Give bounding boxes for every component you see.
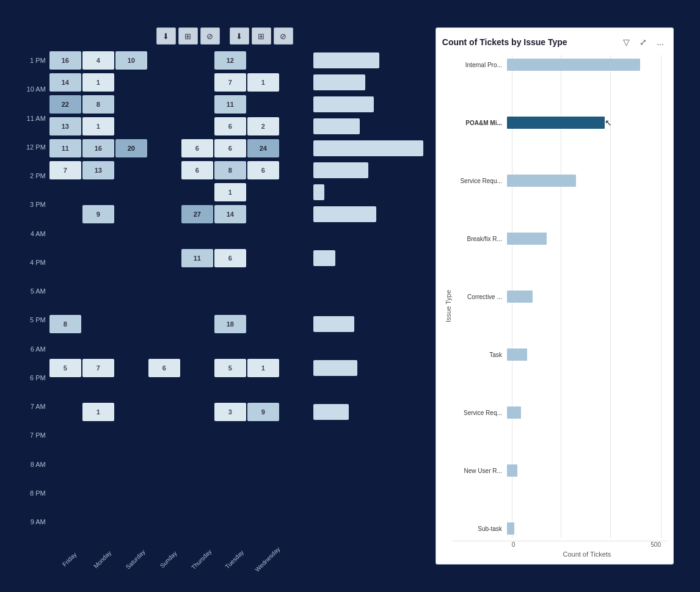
heatmap-cell-7-6[interactable] xyxy=(247,205,279,223)
heatmap-cell-13-3[interactable] xyxy=(148,337,180,355)
heatmap-cell-6-1[interactable] xyxy=(82,183,114,201)
heatmap-cell-16-1[interactable]: 1 xyxy=(82,403,114,421)
heatmap-cell-1-5[interactable]: 7 xyxy=(214,73,246,92)
heatmap-cell-6-2[interactable] xyxy=(115,183,147,201)
heatmap-cell-11-7[interactable] xyxy=(280,293,312,311)
expand-icon[interactable]: ⤢ xyxy=(636,35,650,49)
heatmap-cell-4-7[interactable] xyxy=(280,139,312,157)
heatmap-cell-12-7[interactable] xyxy=(280,315,312,333)
heatmap-cell-2-4[interactable] xyxy=(181,95,213,114)
heatmap-cell-8-2[interactable] xyxy=(115,227,147,245)
heatmap-cell-14-3[interactable]: 6 xyxy=(148,359,180,377)
heatmap-cell-9-7[interactable] xyxy=(280,249,312,267)
heatmap-cell-12-3[interactable] xyxy=(148,315,180,333)
heatmap-cell-14-0[interactable]: 5 xyxy=(49,359,81,377)
heatmap-cell-14-1[interactable]: 7 xyxy=(82,359,114,377)
heatmap-cell-0-2[interactable]: 10 xyxy=(115,51,147,70)
heatmap-cell-2-2[interactable] xyxy=(115,95,147,114)
heatmap-cell-12-2[interactable] xyxy=(115,315,147,333)
heatmap-cell-14-5[interactable]: 5 xyxy=(214,359,246,377)
heatmap-cell-16-0[interactable] xyxy=(49,403,81,421)
heatmap-cell-2-1[interactable]: 8 xyxy=(82,95,114,114)
heatmap-cell-9-2[interactable] xyxy=(115,249,147,267)
heatmap-cell-10-2[interactable] xyxy=(115,271,147,289)
heatmap-cell-14-7[interactable] xyxy=(280,359,312,377)
heatmap-cell-5-3[interactable] xyxy=(148,161,180,179)
heatmap-cell-1-2[interactable] xyxy=(115,73,147,92)
heatmap-cell-11-5[interactable] xyxy=(214,293,246,311)
heatmap-cell-3-7[interactable] xyxy=(280,117,312,135)
more-icon[interactable]: ... xyxy=(654,35,667,49)
heatmap-cell-13-6[interactable] xyxy=(247,337,279,355)
heatmap-cell-9-3[interactable] xyxy=(148,249,180,267)
heatmap-cell-15-4[interactable] xyxy=(181,381,213,399)
heatmap-cell-11-6[interactable] xyxy=(247,293,279,311)
heatmap-cell-2-0[interactable]: 22 xyxy=(49,95,81,114)
heatmap-cell-7-4[interactable]: 27 xyxy=(181,205,213,223)
heatmap-cell-16-4[interactable] xyxy=(181,403,213,421)
heatmap-cell-3-2[interactable] xyxy=(115,117,147,135)
heatmap-cell-15-1[interactable] xyxy=(82,381,114,399)
heatmap-cell-5-5[interactable]: 8 xyxy=(214,161,246,179)
heatmap-cell-13-5[interactable] xyxy=(214,337,246,355)
heatmap-cell-2-3[interactable] xyxy=(148,95,180,114)
heatmap-cell-5-7[interactable] xyxy=(280,161,312,179)
heatmap-cell-10-6[interactable] xyxy=(247,271,279,289)
heatmap-cell-3-0[interactable]: 13 xyxy=(49,117,81,135)
heatmap-cell-6-5[interactable]: 1 xyxy=(214,183,246,201)
heatmap-cell-11-3[interactable] xyxy=(148,293,180,311)
heatmap-cell-5-6[interactable]: 6 xyxy=(247,161,279,179)
heatmap-cell-1-0[interactable]: 14 xyxy=(49,73,81,92)
heatmap-cell-7-3[interactable] xyxy=(148,205,180,223)
heatmap-cell-2-7[interactable] xyxy=(280,95,312,114)
heatmap-cell-15-6[interactable] xyxy=(247,381,279,399)
heatmap-cell-5-4[interactable]: 6 xyxy=(181,161,213,179)
heatmap-cell-4-3[interactable] xyxy=(148,139,180,157)
heatmap-cell-6-4[interactable] xyxy=(181,183,213,201)
heatmap-cell-16-3[interactable] xyxy=(148,403,180,421)
heatmap-cell-1-4[interactable] xyxy=(181,73,213,92)
heatmap-cell-13-4[interactable] xyxy=(181,337,213,355)
heatmap-cell-9-5[interactable]: 6 xyxy=(214,249,246,267)
heatmap-cell-7-7[interactable] xyxy=(280,205,312,223)
toolbar-btn-2[interactable]: ⊞ xyxy=(178,27,198,45)
heatmap-cell-6-7[interactable] xyxy=(280,183,312,201)
heatmap-cell-13-1[interactable] xyxy=(82,337,114,355)
heatmap-cell-8-1[interactable] xyxy=(82,227,114,245)
heatmap-cell-16-2[interactable] xyxy=(115,403,147,421)
heatmap-cell-7-2[interactable] xyxy=(115,205,147,223)
heatmap-cell-10-7[interactable] xyxy=(280,271,312,289)
heatmap-cell-6-0[interactable] xyxy=(49,183,81,201)
heatmap-cell-3-3[interactable] xyxy=(148,117,180,135)
toolbar-btn-6[interactable]: ⊘ xyxy=(274,27,293,45)
heatmap-cell-9-4[interactable]: 11 xyxy=(181,249,213,267)
heatmap-cell-10-1[interactable] xyxy=(82,271,114,289)
heatmap-cell-9-6[interactable] xyxy=(247,249,279,267)
heatmap-cell-15-5[interactable] xyxy=(214,381,246,399)
heatmap-cell-14-4[interactable] xyxy=(181,359,213,377)
heatmap-cell-12-0[interactable]: 8 xyxy=(49,315,81,333)
heatmap-cell-3-4[interactable] xyxy=(181,117,213,135)
heatmap-cell-1-3[interactable] xyxy=(148,73,180,92)
heatmap-cell-3-6[interactable]: 2 xyxy=(247,117,279,135)
heatmap-cell-8-5[interactable] xyxy=(214,227,246,245)
heatmap-cell-0-6[interactable] xyxy=(247,51,279,70)
heatmap-cell-4-6[interactable]: 24 xyxy=(247,139,279,157)
heatmap-cell-1-6[interactable]: 1 xyxy=(247,73,279,92)
heatmap-cell-9-0[interactable] xyxy=(49,249,81,267)
heatmap-cell-4-1[interactable]: 16 xyxy=(82,139,114,157)
heatmap-cell-7-1[interactable]: 9 xyxy=(82,205,114,223)
heatmap-cell-15-2[interactable] xyxy=(115,381,147,399)
heatmap-cell-9-1[interactable] xyxy=(82,249,114,267)
heatmap-cell-10-0[interactable] xyxy=(49,271,81,289)
filter-icon[interactable]: ▽ xyxy=(619,35,633,49)
heatmap-cell-5-2[interactable] xyxy=(115,161,147,179)
heatmap-cell-0-5[interactable]: 12 xyxy=(214,51,246,70)
heatmap-cell-3-1[interactable]: 1 xyxy=(82,117,114,135)
heatmap-cell-11-2[interactable] xyxy=(115,293,147,311)
heatmap-cell-0-7[interactable] xyxy=(280,51,312,70)
heatmap-cell-1-1[interactable]: 1 xyxy=(82,73,114,92)
heatmap-cell-0-3[interactable] xyxy=(148,51,180,70)
heatmap-cell-16-6[interactable]: 9 xyxy=(247,403,279,421)
heatmap-cell-7-0[interactable] xyxy=(49,205,81,223)
